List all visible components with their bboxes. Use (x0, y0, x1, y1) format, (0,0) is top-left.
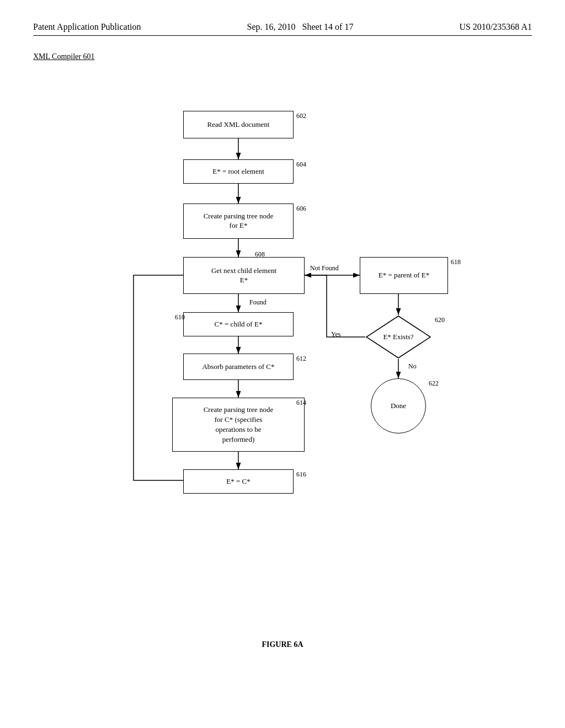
section-title: XML Compiler 601 (33, 52, 532, 61)
node-618: E* = parent of E* (360, 257, 448, 294)
ref-608: 608 (255, 250, 265, 259)
ref-602: 602 (296, 112, 306, 120)
header-publication: Patent Application Publication (33, 22, 141, 32)
figure-caption: FIGURE 6A (33, 640, 532, 649)
node-604: E* = root element (183, 159, 294, 184)
flowchart-diagram: Read XML document 602 E* = root element … (89, 78, 476, 629)
node-622: Done (371, 378, 426, 433)
label-yes: Yes (331, 330, 340, 339)
node-612: Absorb parameters of C* (183, 354, 294, 380)
label-found: Found (249, 298, 266, 307)
ref-610: 610 (175, 313, 185, 322)
page-header: Patent Application Publication Sep. 16, … (33, 22, 532, 36)
header-patent-number: US 2010/235368 A1 (459, 22, 532, 32)
ref-604: 604 (296, 160, 306, 169)
label-not-found: Not Found (310, 264, 339, 272)
ref-614: 614 (296, 399, 306, 407)
ref-618: 618 (451, 258, 461, 266)
node-620: E* Exists? (365, 315, 431, 359)
node-602: Read XML document (183, 111, 294, 138)
node-608: Get next child elementE* (183, 257, 305, 294)
ref-622: 622 (429, 379, 439, 388)
node-616: E* = C* (183, 469, 294, 494)
ref-606: 606 (296, 205, 306, 213)
node-614: Create parsing tree nodefor C* (specifie… (172, 398, 305, 452)
page: Patent Application Publication Sep. 16, … (0, 0, 565, 728)
ref-616: 616 (296, 470, 306, 479)
node-606: Create parsing tree nodefor E* (183, 204, 294, 239)
label-no: No (408, 362, 417, 371)
node-610: C* = child of E* (183, 312, 294, 336)
header-date-sheet: Sep. 16, 2010 Sheet 14 of 17 (247, 22, 354, 32)
ref-612: 612 (296, 355, 306, 363)
ref-620: 620 (435, 316, 445, 324)
